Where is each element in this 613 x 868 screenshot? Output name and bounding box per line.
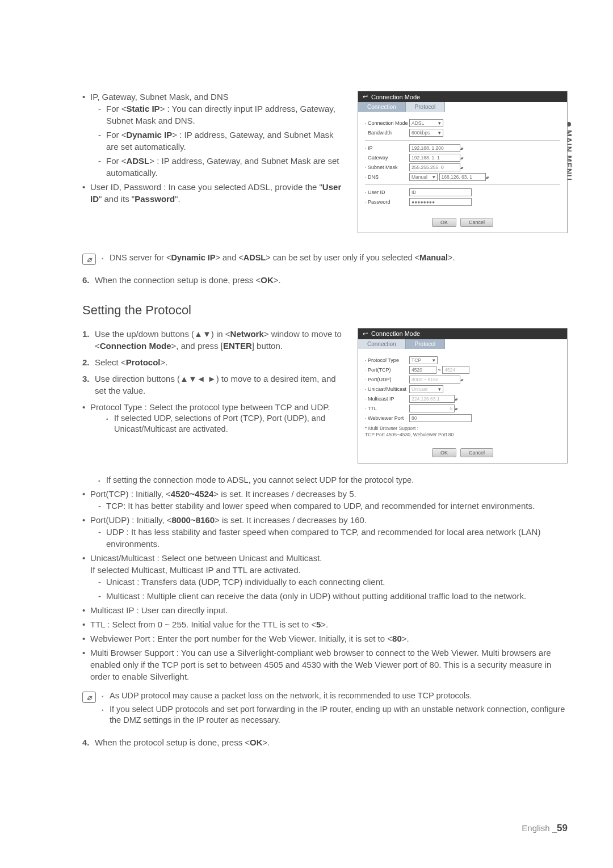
- tab-protocol: Protocol: [406, 339, 446, 349]
- page-footer: English _59: [522, 823, 568, 834]
- bullet-item: IP, Gateway, Subnet Mask, and DNS For <S…: [82, 91, 346, 179]
- cancel-button: Cancel: [460, 448, 493, 457]
- step-item: 2.Select <Protocol>.: [82, 356, 346, 368]
- step-item: 4.When the protocol setup is done, press…: [82, 736, 568, 748]
- bullet-item: User ID, Password : In case you selected…: [82, 181, 346, 205]
- square-item: If selected UDP, selections of Port (TCP…: [106, 413, 346, 435]
- note-icon: ⌀: [82, 254, 96, 265]
- bullet-item: Protocol Type : Select the protocol type…: [82, 401, 346, 435]
- ok-button: OK: [432, 448, 456, 457]
- dash-item: UDP : It has less stability and faster s…: [98, 526, 568, 550]
- screenshot-connection: Connection Mode Connection Protocol Conn…: [358, 91, 568, 233]
- bullet-item: Unicast/Multicast : Select one between U…: [82, 552, 568, 602]
- cancel-button: Cancel: [460, 218, 493, 227]
- step-item: 3.Use direction buttons (▲▼◄ ►) to move …: [82, 373, 346, 397]
- step-item: 6.When the connection setup is done, pre…: [82, 274, 568, 286]
- dash-item: TCP: It has better stability and lower s…: [98, 500, 568, 512]
- bullet-item: Port(UDP) : Initially, <8000~8160> is se…: [82, 514, 568, 550]
- bullet-item: Multi Browser Support : You can use a Si…: [82, 647, 568, 682]
- tab-protocol: Protocol: [406, 102, 446, 112]
- note-icon: ⌀: [82, 692, 96, 703]
- tab-connection: Connection: [358, 339, 406, 349]
- dash-item: Unicast : Transfers data (UDP, TCP) indi…: [98, 576, 568, 588]
- tab-connection: Connection: [358, 102, 406, 112]
- bullet-item: Port(TCP) : Initially, <4520~4524> is se…: [82, 488, 568, 512]
- step-item: 1.Use the up/down buttons (▲▼) in <Netwo…: [82, 328, 346, 352]
- dash-item: For <Dynamic IP> : IP address, Gateway, …: [98, 129, 346, 153]
- note-item: If you select UDP protocols and set port…: [102, 704, 568, 726]
- square-item: If setting the connection mode to ADSL, …: [98, 475, 568, 486]
- screenshot-protocol: Connection Mode Connection Protocol Prot…: [358, 328, 568, 464]
- back-icon: [363, 93, 368, 100]
- note-item: DNS server for <Dynamic IP> and <ADSL> c…: [102, 252, 568, 264]
- dash-item: Multicast : Multiple client can receive …: [98, 590, 568, 602]
- note-item: As UDP protocol may cause a packet loss …: [102, 690, 568, 702]
- ok-button: OK: [432, 218, 456, 227]
- back-icon: [363, 330, 368, 338]
- bullet-item: Multicast IP : User can directly input.: [82, 604, 568, 616]
- bullet-item: TTL : Select from 0 ~ 255. Initial value…: [82, 618, 568, 630]
- dash-item: For <ADSL> : IP address, Gateway, and Su…: [98, 155, 346, 179]
- section-heading: Setting the Protocol: [82, 303, 568, 318]
- bullet-item: Webviewer Port : Enter the port number f…: [82, 633, 568, 644]
- dash-item: For <Static IP> : You can directly input…: [98, 103, 346, 127]
